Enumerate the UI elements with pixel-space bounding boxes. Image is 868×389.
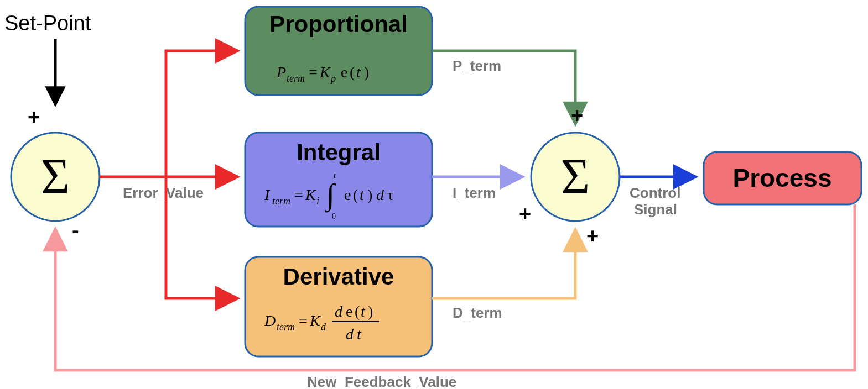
svg-text:i: i	[316, 196, 319, 207]
control-label-2: Signal	[634, 201, 677, 218]
svg-text:): )	[367, 186, 372, 203]
svg-text:K: K	[305, 186, 316, 203]
integral-title: Integral	[297, 139, 381, 165]
svg-text:term: term	[277, 322, 295, 333]
svg-text:K: K	[309, 312, 321, 329]
svg-text:D: D	[264, 312, 276, 329]
svg-text:t: t	[357, 325, 362, 343]
svg-text:e: e	[341, 64, 347, 81]
svg-text:d: d	[321, 322, 326, 333]
setpoint-label: Set-Point	[4, 12, 91, 35]
i-term-label: I_term	[453, 185, 496, 201]
svg-text:d: d	[346, 325, 354, 343]
sum1-minus-sign: -	[72, 219, 79, 242]
svg-text:0: 0	[332, 212, 336, 220]
svg-text:): )	[364, 64, 369, 81]
error-label: Error_Value	[123, 185, 204, 201]
svg-text:p: p	[330, 73, 336, 84]
svg-text:term: term	[272, 196, 290, 207]
svg-text:=: =	[294, 186, 303, 203]
sum1-plus-sign: +	[28, 106, 40, 129]
pid-diagram: Set-Point Σ + - Error_Value Proportional…	[0, 0, 868, 389]
svg-text:=: =	[299, 312, 308, 329]
derivative-title: Derivative	[283, 264, 394, 290]
feedback-label: New_Feedback_Value	[307, 374, 456, 389]
svg-text:t: t	[360, 186, 365, 203]
svg-text:(: (	[355, 303, 360, 320]
feedback-line	[55, 204, 855, 370]
svg-text:term: term	[287, 73, 305, 84]
control-label-1: Control	[630, 185, 680, 201]
svg-text:=: =	[309, 64, 318, 81]
svg-text:I: I	[264, 186, 271, 203]
error-branch-up	[166, 51, 238, 177]
sum2-plus-left: +	[519, 202, 531, 225]
sigma-icon: Σ	[561, 149, 590, 204]
process-title: Process	[732, 164, 831, 192]
svg-text:K: K	[319, 64, 331, 81]
svg-text:τ: τ	[387, 186, 393, 203]
p-term-label: P_term	[453, 57, 501, 74]
svg-text:t: t	[361, 303, 366, 320]
proportional-title: Proportional	[269, 11, 408, 37]
d-term-label: D_term	[453, 304, 502, 321]
svg-text:e: e	[346, 303, 352, 320]
svg-text:d: d	[335, 303, 343, 320]
svg-text:(: (	[350, 64, 355, 81]
svg-text:): )	[368, 303, 373, 320]
sum2-plus-bottom: +	[586, 224, 599, 248]
sum2-plus-top: +	[571, 104, 583, 127]
svg-text:(: (	[353, 186, 358, 203]
svg-text:t: t	[356, 64, 361, 81]
svg-text:e: e	[344, 186, 351, 203]
d-term-line	[432, 229, 575, 298]
sigma-icon: Σ	[41, 149, 70, 204]
svg-text:d: d	[376, 186, 384, 203]
svg-text:P: P	[276, 64, 286, 81]
